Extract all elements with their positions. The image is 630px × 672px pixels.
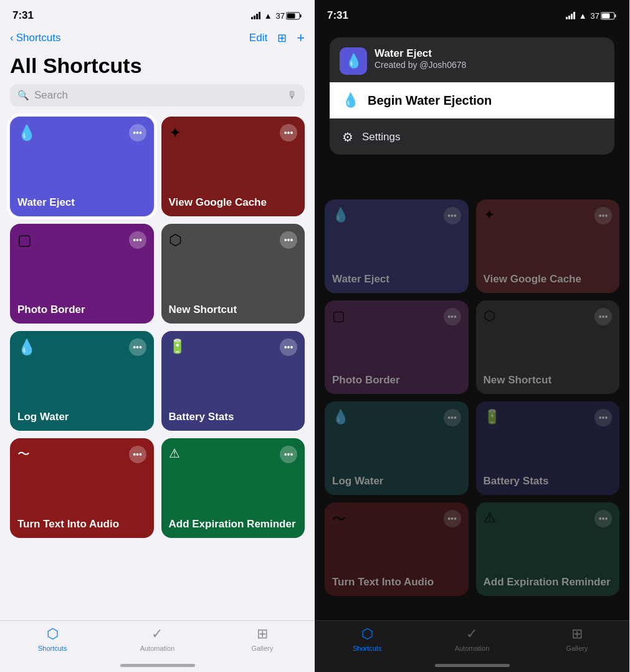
signal-icon-right xyxy=(566,12,575,19)
tab-automation[interactable]: ✓ Automation xyxy=(105,626,209,652)
drop-icon: 💧 xyxy=(345,53,362,69)
dimmed-card-water-eject: 💧 ••• Water Eject xyxy=(325,199,469,293)
wifi-icon: ▲ xyxy=(264,11,272,21)
dimmed-warning-icon: ⚠ xyxy=(484,510,496,526)
menu-shortcut-title: Water Eject xyxy=(375,47,466,60)
nav-bar-left: ‹ Shortcuts Edit ⊞ + xyxy=(0,27,315,51)
shortcut-label-new-shortcut: New Shortcut xyxy=(169,304,298,316)
wifi-icon-right: ▲ xyxy=(579,11,587,21)
more-options-button-3[interactable]: ••• xyxy=(129,231,146,249)
shortcuts-tab-icon-right: ⬡ xyxy=(361,626,373,642)
right-phone: 7:31 ▲ 37 💧 xyxy=(315,0,629,672)
nav-actions: Edit ⊞ + xyxy=(249,30,305,46)
dimmed-layers-icon: ⬡ xyxy=(484,308,495,324)
dimmed-water-icon-2: 💧 xyxy=(332,409,349,425)
more-options-button-8[interactable]: ••• xyxy=(280,446,297,463)
svg-rect-5 xyxy=(602,13,610,18)
square-icon: ▢ xyxy=(17,231,32,249)
chevron-left-icon: ‹ xyxy=(10,32,14,44)
tab-shortcuts[interactable]: ⬡ Shortcuts xyxy=(0,626,105,652)
microphone-icon[interactable]: 🎙 xyxy=(287,90,297,101)
settings-action[interactable]: ⚙ Settings xyxy=(330,120,614,155)
battery-icon: 37 xyxy=(276,11,302,21)
waveform-icon: 〜 xyxy=(17,446,30,463)
svg-rect-4 xyxy=(615,14,616,17)
shortcut-card-photo-border[interactable]: ▢ ••• Photo Border xyxy=(10,224,154,324)
dimmed-label-new-shortcut: New Shortcut xyxy=(484,374,613,386)
status-bar-right: 7:31 ▲ 37 xyxy=(315,0,629,27)
edit-button[interactable]: Edit xyxy=(249,32,267,44)
battery-stats-icon: 🔋 xyxy=(169,338,186,355)
shortcut-label-battery-stats: Battery Stats xyxy=(169,411,298,423)
add-shortcut-button[interactable]: + xyxy=(297,30,305,46)
signal-icon xyxy=(251,12,260,19)
warning-icon: ⚠ xyxy=(169,446,180,461)
back-button[interactable]: ‹ Shortcuts xyxy=(10,32,60,44)
home-indicator-right xyxy=(435,664,510,667)
page-title: All Shortcuts xyxy=(0,51,315,84)
begin-water-ejection-label: Begin Water Ejection xyxy=(368,94,492,108)
more-options-button-6[interactable]: ••• xyxy=(280,338,297,356)
shortcuts-tab-label: Shortcuts xyxy=(38,645,67,652)
shortcut-card-turn-text-audio[interactable]: 〜 ••• Turn Text Into Audio xyxy=(10,438,154,538)
water-icon: 💧 xyxy=(17,338,36,356)
status-bar-left: 7:31 ▲ 37 xyxy=(0,0,315,27)
automation-tab-label-right: Automation xyxy=(455,645,490,652)
tab-shortcuts-right[interactable]: ⬡ Shortcuts xyxy=(315,626,419,652)
search-bar[interactable]: 🔍 Search 🎙 xyxy=(10,84,305,107)
shortcuts-tab-icon: ⬡ xyxy=(47,626,59,642)
dimmed-label-view-google-cache: View Google Cache xyxy=(484,273,613,286)
grid-view-button[interactable]: ⊞ xyxy=(277,31,287,45)
shortcut-card-add-expiration[interactable]: ⚠ ••• Add Expiration Reminder xyxy=(161,438,305,538)
shortcut-card-water-eject[interactable]: 💧 ••• Water Eject xyxy=(10,117,154,216)
gallery-tab-icon: ⊞ xyxy=(257,626,268,642)
search-icon: 🔍 xyxy=(17,90,29,101)
shortcut-card-battery-stats[interactable]: 🔋 ••• Battery Stats xyxy=(161,331,305,431)
shortcut-card-new-shortcut[interactable]: ⬡ ••• New Shortcut xyxy=(161,224,305,324)
tab-gallery-right[interactable]: ⊞ Gallery xyxy=(525,626,629,652)
automation-tab-icon: ✓ xyxy=(151,626,163,642)
dimmed-card-new-shortcut: ⬡ ••• New Shortcut xyxy=(476,300,620,394)
more-options-button[interactable]: ••• xyxy=(129,124,146,142)
shortcut-card-view-google-cache[interactable]: ✦ ••• View Google Cache xyxy=(161,117,305,216)
automation-tab-icon-right: ✓ xyxy=(466,626,477,642)
app-icon: 💧 xyxy=(340,47,367,75)
home-indicator-left xyxy=(120,664,195,667)
status-icons-right: ▲ 37 xyxy=(566,11,617,21)
settings-label: Settings xyxy=(362,131,400,143)
dimmed-water-icon: 💧 xyxy=(332,207,349,223)
tab-gallery[interactable]: ⊞ Gallery xyxy=(210,626,315,652)
shortcut-label-add-expiration: Add Expiration Reminder xyxy=(169,518,298,530)
dimmed-shortcuts-grid: 💧 ••• Water Eject ✦ ••• View Google Cach… xyxy=(315,199,629,596)
dimmed-sparkles-icon: ✦ xyxy=(484,207,495,223)
settings-gear-icon: ⚙ xyxy=(342,130,353,145)
dimmed-label-water-eject: Water Eject xyxy=(332,273,461,286)
dimmed-square-icon: ▢ xyxy=(332,308,345,324)
gallery-tab-label-right: Gallery xyxy=(566,645,588,652)
layers-icon: ⬡ xyxy=(169,231,182,249)
shortcut-label-turn-text-audio: Turn Text Into Audio xyxy=(17,518,146,530)
more-options-button-4[interactable]: ••• xyxy=(280,231,297,249)
more-options-button-7[interactable]: ••• xyxy=(129,446,146,463)
dimmed-card-photo-border: ▢ ••• Photo Border xyxy=(325,300,469,394)
svg-rect-1 xyxy=(300,14,302,17)
shortcut-card-log-water[interactable]: 💧 ••• Log Water xyxy=(10,331,154,431)
left-phone: 7:31 ▲ 37 ‹ Shortcuts xyxy=(0,0,315,672)
status-time-right: 7:31 xyxy=(327,9,348,22)
water-ejection-icon: 💧 xyxy=(342,92,359,108)
dimmed-waveform-icon: 〜 xyxy=(332,510,346,529)
svg-rect-2 xyxy=(287,13,295,18)
shortcut-label-log-water: Log Water xyxy=(17,411,146,423)
shortcuts-grid-left: 💧 ••• Water Eject ✦ ••• View Google Cach… xyxy=(0,117,315,538)
menu-shortcut-subtitle: Created by @Josh0678 xyxy=(375,60,466,70)
context-menu-header: 💧 Water Eject Created by @Josh0678 xyxy=(330,37,614,82)
more-options-button-2[interactable]: ••• xyxy=(280,124,297,142)
context-menu: 💧 Water Eject Created by @Josh0678 💧 Beg… xyxy=(330,37,614,155)
gallery-tab-icon-right: ⊞ xyxy=(571,626,583,642)
begin-water-ejection-action[interactable]: 💧 Begin Water Ejection xyxy=(330,82,614,118)
search-input[interactable]: Search xyxy=(34,89,282,102)
dimmed-card-battery-stats: 🔋 ••• Battery Stats xyxy=(476,401,620,495)
more-options-button-5[interactable]: ••• xyxy=(129,338,146,356)
tab-automation-right[interactable]: ✓ Automation xyxy=(419,626,524,652)
dimmed-label-log-water: Log Water xyxy=(332,475,461,487)
